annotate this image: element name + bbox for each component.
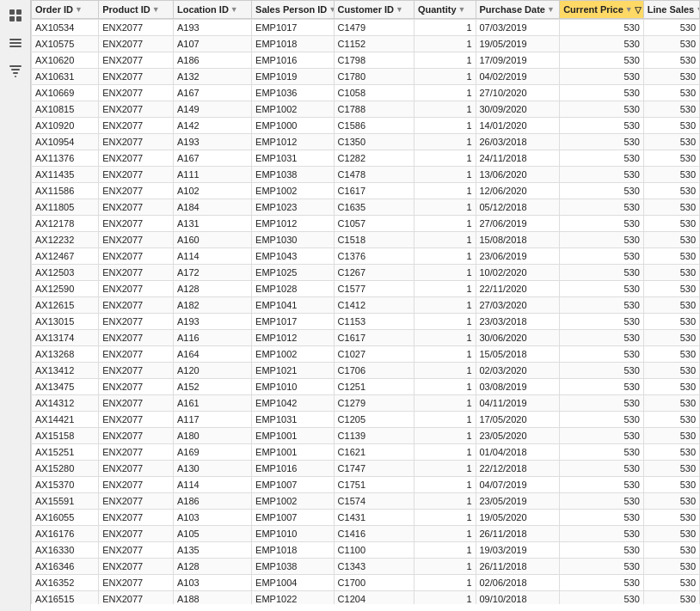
table-row[interactable]: AX12503ENX2077A172EMP1025C1267110/02/202…: [32, 265, 700, 281]
main-container: Order ID ▼ Product ID ▼: [0, 0, 700, 611]
cell-quantity: 1: [414, 330, 476, 346]
col-price-label: Current Price: [563, 4, 623, 15]
col-customer-sort: ▼: [396, 5, 403, 14]
list-view-icon[interactable]: [3, 31, 28, 55]
table-row[interactable]: AX10534ENX2077A193EMP1017C1479107/03/201…: [32, 20, 700, 36]
cell-location_id: A135: [173, 542, 251, 559]
cell-current_price: 530: [560, 444, 644, 461]
table-row[interactable]: AX15251ENX2077A169EMP1001C1621101/04/201…: [32, 444, 700, 461]
col-header-order[interactable]: Order ID ▼: [32, 1, 99, 19]
cell-sales_person_id: EMP1042: [252, 395, 334, 412]
table-row[interactable]: AX10815ENX2077A149EMP1002C1788130/09/202…: [32, 101, 700, 118]
cell-sales_person_id: EMP1021: [252, 363, 334, 379]
table-row[interactable]: AX10920ENX2077A142EMP1000C1586114/01/202…: [32, 118, 700, 134]
table-container: Order ID ▼ Product ID ▼: [31, 0, 700, 611]
cell-current_price: 530: [560, 395, 644, 412]
cell-order_id: AX10575: [32, 36, 99, 52]
table-row[interactable]: AX16330ENX2077A135EMP1018C1100119/03/201…: [32, 542, 700, 559]
col-header-location[interactable]: Location ID ▼: [173, 1, 251, 19]
col-header-customer[interactable]: Customer ID ▼: [334, 1, 414, 19]
table-row[interactable]: AX15591ENX2077A186EMP1002C1574123/05/201…: [32, 493, 700, 510]
cell-order_id: AX14312: [32, 395, 99, 412]
cell-location_id: A188: [173, 591, 251, 605]
cell-sales_person_id: EMP1002: [252, 493, 334, 510]
cell-quantity: 1: [414, 412, 476, 428]
col-header-product[interactable]: Product ID ▼: [99, 1, 174, 19]
table-row[interactable]: AX13268ENX2077A164EMP1002C1027115/05/201…: [32, 346, 700, 363]
table-row[interactable]: AX14421ENX2077A117EMP1031C1205117/05/202…: [32, 412, 700, 428]
table-scroll-body[interactable]: AX10534ENX2077A193EMP1017C1479107/03/201…: [31, 19, 700, 604]
col-header-sales[interactable]: Sales Person ID ▼: [252, 1, 334, 19]
table-row[interactable]: AX12615ENX2077A182EMP1041C1412127/03/202…: [32, 297, 700, 314]
table-row[interactable]: AX13015ENX2077A193EMP1017C1153123/03/201…: [32, 314, 700, 330]
table-row[interactable]: AX16055ENX2077A103EMP1007C1431119/05/202…: [32, 510, 700, 526]
table-row[interactable]: AX16352ENX2077A103EMP1004C1700102/06/201…: [32, 575, 700, 591]
cell-customer_id: C1751: [334, 477, 414, 493]
cell-location_id: A120: [173, 363, 251, 379]
cell-current_price: 530: [560, 281, 644, 297]
table-row[interactable]: AX16176ENX2077A105EMP1010C1416126/11/201…: [32, 526, 700, 542]
cell-quantity: 1: [414, 510, 476, 526]
table-row[interactable]: AX10575ENX2077A107EMP1018C1152119/05/201…: [32, 36, 700, 52]
cell-location_id: A103: [173, 575, 251, 591]
cell-current_price: 530: [560, 216, 644, 232]
cell-customer_id: C1479: [334, 20, 414, 36]
cell-location_id: A114: [173, 477, 251, 493]
table-row[interactable]: AX10631ENX2077A132EMP1019C1780104/02/201…: [32, 69, 700, 85]
filter-icon[interactable]: [3, 58, 28, 82]
cell-current_price: 530: [560, 412, 644, 428]
cell-quantity: 1: [414, 265, 476, 281]
cell-customer_id: C1152: [334, 36, 414, 52]
col-price-filter-icon[interactable]: ▽: [635, 5, 642, 15]
table-row[interactable]: AX13475ENX2077A152EMP1010C1251103/08/201…: [32, 379, 700, 395]
cell-quantity: 1: [414, 52, 476, 69]
cell-line_sales: 530: [643, 85, 699, 101]
table-row[interactable]: AX14312ENX2077A161EMP1042C1279104/11/201…: [32, 395, 700, 412]
col-quantity-sort: ▼: [458, 5, 466, 14]
table-row[interactable]: AX10669ENX2077A167EMP1036C1058127/10/202…: [32, 85, 700, 101]
cell-current_price: 530: [560, 461, 644, 477]
cell-customer_id: C1376: [334, 248, 414, 265]
table-row[interactable]: AX16515ENX2077A188EMP1022C1204109/10/201…: [32, 591, 700, 605]
col-header-purchase[interactable]: Purchase Date ▼: [476, 1, 560, 19]
table-row[interactable]: AX11376ENX2077A167EMP1031C1282124/11/201…: [32, 150, 700, 167]
svg-rect-8: [11, 69, 20, 70]
cell-line_sales: 530: [643, 101, 699, 118]
table-row[interactable]: AX13174ENX2077A116EMP1012C1617130/06/202…: [32, 330, 700, 346]
col-product-sort: ▼: [152, 5, 160, 14]
cell-sales_person_id: EMP1038: [252, 559, 334, 575]
table-row[interactable]: AX12467ENX2077A114EMP1043C1376123/06/201…: [32, 248, 700, 265]
cell-quantity: 1: [414, 591, 476, 605]
table-row[interactable]: AX10620ENX2077A186EMP1016C1798117/09/201…: [32, 52, 700, 69]
table-row[interactable]: AX15280ENX2077A130EMP1016C1747122/12/201…: [32, 461, 700, 477]
col-header-linesales[interactable]: Line Sales ▼: [643, 1, 699, 19]
table-row[interactable]: AX11805ENX2077A184EMP1023C1635105/12/201…: [32, 199, 700, 216]
table-row[interactable]: AX15158ENX2077A180EMP1001C1139123/05/202…: [32, 428, 700, 444]
col-header-quantity[interactable]: Quantity ▼: [414, 1, 476, 19]
table-row[interactable]: AX16346ENX2077A128EMP1038C1343126/11/201…: [32, 559, 700, 575]
table-row[interactable]: AX12590ENX2077A128EMP1028C1577122/11/202…: [32, 281, 700, 297]
cell-line_sales: 530: [643, 36, 699, 52]
svg-rect-4: [9, 39, 21, 40]
col-header-price[interactable]: Current Price ▼ ▽: [560, 1, 644, 19]
cell-customer_id: C1617: [334, 183, 414, 199]
table-row[interactable]: AX11586ENX2077A102EMP1002C1617112/06/202…: [32, 183, 700, 199]
cell-customer_id: C1700: [334, 575, 414, 591]
cell-order_id: AX11376: [32, 150, 99, 167]
table-row[interactable]: AX12232ENX2077A160EMP1030C1518115/08/201…: [32, 232, 700, 248]
table-row[interactable]: AX10954ENX2077A193EMP1012C1350126/03/201…: [32, 134, 700, 150]
cell-purchase_date: 02/03/2020: [476, 363, 560, 379]
cell-sales_person_id: EMP1002: [252, 183, 334, 199]
table-row[interactable]: AX12178ENX2077A131EMP1012C1057127/06/201…: [32, 216, 700, 232]
cell-current_price: 530: [560, 526, 644, 542]
grid-view-icon[interactable]: [3, 3, 28, 27]
cell-purchase_date: 19/03/2019: [476, 542, 560, 559]
table-row[interactable]: AX11435ENX2077A111EMP1038C1478113/06/202…: [32, 167, 700, 183]
cell-product_id: ENX2077: [99, 526, 174, 542]
table-row[interactable]: AX13412ENX2077A120EMP1021C1706102/03/202…: [32, 363, 700, 379]
cell-order_id: AX16055: [32, 510, 99, 526]
table-row[interactable]: AX15370ENX2077A114EMP1007C1751104/07/201…: [32, 477, 700, 493]
cell-order_id: AX13015: [32, 314, 99, 330]
cell-product_id: ENX2077: [99, 150, 174, 167]
cell-current_price: 530: [560, 542, 644, 559]
